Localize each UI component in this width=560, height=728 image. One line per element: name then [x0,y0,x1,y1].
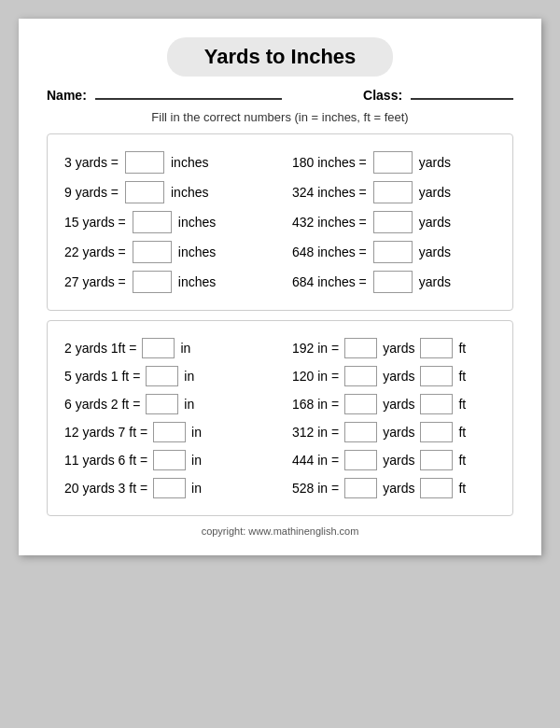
left-question: 3 yards = [64,155,119,170]
answer-input[interactable] [133,271,172,293]
right-question: 312 in = [292,425,339,440]
name-class-row: Name: Class: [47,88,513,103]
left-item: 3 yards = inches [62,151,271,174]
right-question: 192 in = [292,341,339,356]
answer-input-ft[interactable] [420,338,453,358]
right-item: 648 inches = yards [289,241,498,263]
right-unit2: ft [458,425,466,440]
answer-input[interactable] [373,211,413,233]
left-item: 2 yards 1ft = in [62,338,271,358]
left-question: 27 yards = [64,274,126,289]
answer-input[interactable] [125,151,164,174]
left-item: 15 yards = inches [62,211,271,233]
answer-input[interactable] [125,181,164,203]
answer-input[interactable] [373,271,413,293]
right-unit1: yards [383,369,414,384]
right-item: 444 in = yards ft [289,450,498,470]
answer-input[interactable] [146,366,178,386]
answer-input[interactable] [153,422,186,442]
section-2: 2 yards 1ft = in 192 in = yards ft 5 yar… [47,320,513,516]
right-unit1: yards [383,481,414,496]
name-line[interactable] [95,98,282,100]
left-item: 20 yards 3 ft = in [62,478,271,498]
answer-input[interactable] [344,366,377,386]
answer-input-ft[interactable] [420,450,453,470]
table-row: 22 yards = inches 648 inches = yards [62,241,498,263]
page-title: Yards to Inches [167,37,394,77]
left-unit: in [191,481,202,496]
right-unit1: yards [383,397,414,412]
left-question: 6 yards 2 ft = [64,397,140,412]
left-question: 9 yards = [64,185,119,200]
table-row: 6 yards 2 ft = in 168 in = yards ft [62,394,498,414]
table-row: 11 yards 6 ft = in 444 in = yards ft [62,450,498,470]
left-unit: inches [178,245,216,259]
left-unit: inches [171,185,208,200]
right-unit: yards [419,215,451,230]
right-item: 528 in = yards ft [289,478,498,498]
left-item: 27 yards = inches [62,271,271,293]
left-unit: in [180,341,190,356]
left-question: 12 yards 7 ft = [64,425,147,440]
right-unit1: yards [383,453,414,468]
right-question: 444 in = [292,453,339,468]
answer-input-ft[interactable] [420,366,453,386]
answer-input[interactable] [146,394,178,414]
left-unit: inches [171,155,208,170]
right-question: 168 in = [292,397,339,412]
answer-input[interactable] [133,211,172,233]
name-label: Name: [47,88,87,103]
answer-input[interactable] [344,450,377,470]
answer-input[interactable] [133,241,172,263]
section-1: 3 yards = inches 180 inches = yards 9 ya… [47,133,513,311]
right-item: 684 inches = yards [289,271,498,293]
left-item: 9 yards = inches [62,181,271,203]
table-row: 20 yards 3 ft = in 528 in = yards ft [62,478,498,498]
right-unit2: ft [458,397,466,412]
answer-input[interactable] [142,338,175,358]
left-unit: in [191,425,202,440]
right-question: 180 inches = [292,155,367,170]
right-question: 120 in = [292,369,339,384]
table-row: 5 yards 1 ft = in 120 in = yards ft [62,366,498,386]
left-question: 20 yards 3 ft = [64,481,147,496]
answer-input[interactable] [153,478,186,498]
answer-input[interactable] [373,151,413,174]
right-item: 168 in = yards ft [289,394,498,414]
answer-input-ft[interactable] [420,422,453,442]
right-question: 684 inches = [292,274,367,289]
right-item: 120 in = yards ft [289,366,498,386]
left-question: 11 yards 6 ft = [64,453,147,468]
name-field: Name: [47,88,282,103]
left-item: 6 yards 2 ft = in [62,394,271,414]
title-container: Yards to Inches [47,37,513,77]
answer-input[interactable] [153,450,186,470]
right-question: 324 inches = [292,185,367,200]
answer-input[interactable] [373,241,413,263]
answer-input[interactable] [344,394,377,414]
right-item: 192 in = yards ft [289,338,498,358]
class-line[interactable] [411,98,513,100]
table-row: 9 yards = inches 324 inches = yards [62,181,498,203]
left-unit: in [191,453,202,468]
answer-input[interactable] [344,422,377,442]
right-unit: yards [419,274,451,289]
left-item: 5 yards 1 ft = in [62,366,271,386]
answer-input[interactable] [344,338,377,358]
answer-input[interactable] [373,181,413,203]
copyright: copyright: www.mathinenglish.com [47,525,513,537]
answer-input[interactable] [344,478,377,498]
answer-input-ft[interactable] [420,394,453,414]
right-item: 180 inches = yards [289,151,498,174]
right-unit1: yards [383,341,414,356]
right-unit: yards [419,185,451,200]
table-row: 27 yards = inches 684 inches = yards [62,271,498,293]
right-question: 648 inches = [292,245,367,259]
right-unit: yards [419,245,451,259]
answer-input-ft[interactable] [420,478,453,498]
table-row: 3 yards = inches 180 inches = yards [62,151,498,174]
table-row: 12 yards 7 ft = in 312 in = yards ft [62,422,498,442]
left-question: 15 yards = [64,215,126,230]
right-item: 312 in = yards ft [289,422,498,442]
right-unit1: yards [383,425,414,440]
